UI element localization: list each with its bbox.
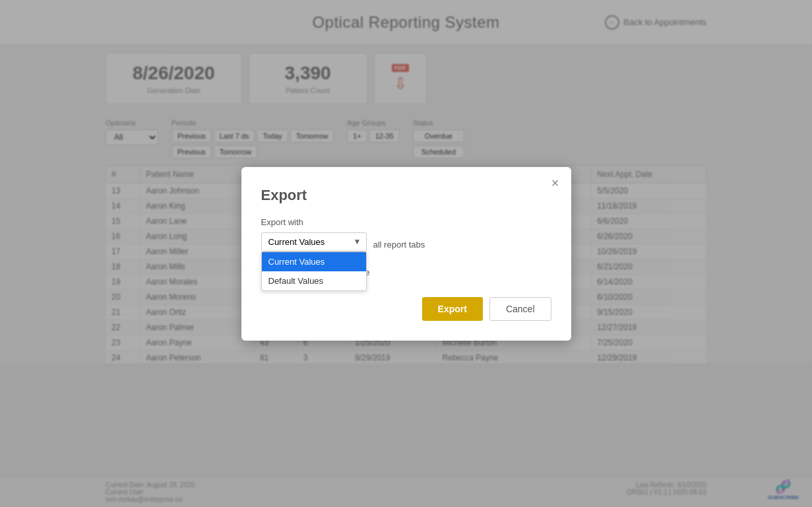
export-with-label: Export with xyxy=(261,217,551,227)
export-dropdown-container: Current Values Default Values ▼ Current … xyxy=(261,232,367,252)
report-tabs-text: all report tabs xyxy=(373,240,425,250)
modal-close-button[interactable]: × xyxy=(551,176,559,189)
modal-title: Export xyxy=(261,187,551,204)
export-modal: Export × Export with Current Values Defa… xyxy=(241,167,571,341)
option-default-values[interactable]: Default Values xyxy=(262,271,366,290)
export-with-select[interactable]: Current Values Default Values xyxy=(261,232,367,252)
cancel-button[interactable]: Cancel xyxy=(489,297,551,321)
dropdown-options-list: Current Values Default Values xyxy=(261,252,367,291)
option-current-values[interactable]: Current Values xyxy=(262,252,366,271)
export-button[interactable]: Export xyxy=(422,297,483,321)
modal-overlay: Export × Export with Current Values Defa… xyxy=(0,0,812,507)
modal-footer: Export Cancel xyxy=(261,297,551,321)
